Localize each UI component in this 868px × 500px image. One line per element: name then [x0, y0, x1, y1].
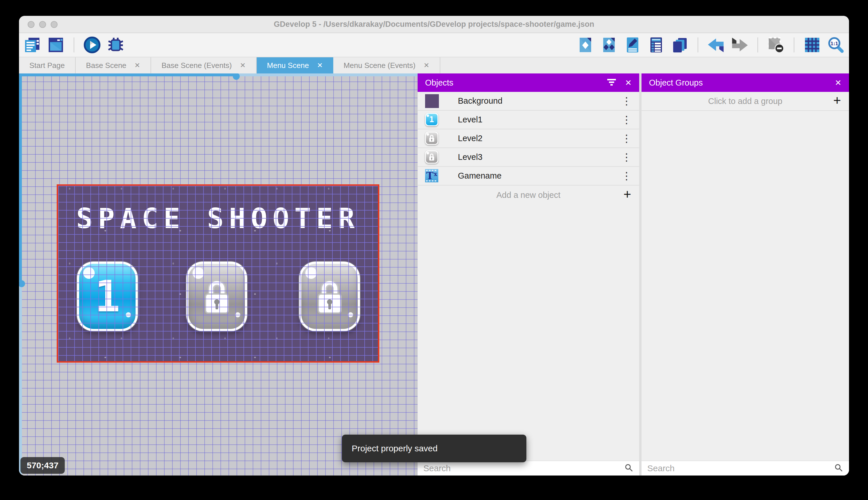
level-1-digit: 1: [79, 264, 136, 329]
object-row-background[interactable]: Background ⋮: [418, 92, 639, 111]
object-menu-icon[interactable]: ⋮: [621, 95, 632, 107]
tab-start-page[interactable]: Start Page: [19, 57, 76, 73]
objects-search-bar: [418, 461, 639, 476]
object-name: Level2: [458, 134, 621, 143]
add-new-object-button[interactable]: Add a new object +: [418, 185, 639, 204]
cursor-coordinates-badge: 570;437: [21, 457, 65, 474]
object-row-level3[interactable]: Level3 ⋮: [418, 148, 639, 167]
horizontal-scrollbar-knob[interactable]: [233, 73, 240, 80]
object-menu-icon[interactable]: ⋮: [621, 133, 632, 144]
objects-search-input[interactable]: [423, 463, 624, 473]
background-object-thumbnail: [425, 94, 439, 108]
scene-canvas[interactable]: SPACE SHOOTER 1: [19, 73, 418, 476]
layers-icon[interactable]: [671, 36, 689, 54]
tab-base-scene[interactable]: Base Scene ✕: [76, 57, 151, 73]
objects-editor-icon[interactable]: [577, 36, 594, 54]
redo-icon[interactable]: [731, 36, 748, 54]
main-toolbar: 1:1: [19, 33, 849, 57]
debug-icon[interactable]: [107, 36, 124, 54]
object-menu-icon[interactable]: ⋮: [621, 151, 632, 163]
level-1-button-instance[interactable]: 1: [77, 262, 138, 331]
undo-icon[interactable]: [707, 36, 725, 54]
toolbar-separator: [758, 37, 758, 53]
close-panel-icon[interactable]: ✕: [625, 78, 632, 88]
close-window-button[interactable]: [28, 21, 35, 28]
objects-panel-empty-space: [418, 204, 639, 461]
object-name: Level3: [458, 152, 621, 162]
save-toast: Project properly saved: [342, 435, 526, 462]
toolbar-separator: [794, 37, 794, 53]
plus-icon: +: [623, 186, 631, 202]
tab-label: Base Scene (Events): [162, 61, 232, 70]
object-name: Gamename: [458, 171, 621, 181]
mask-selection-icon[interactable]: [767, 36, 785, 54]
horizontal-scrollbar-thumb[interactable]: [19, 73, 237, 76]
groups-panel-empty-space: [642, 111, 849, 461]
tab-label: Menu Scene (Events): [344, 61, 415, 70]
add-group-button[interactable]: Click to add a group +: [642, 92, 849, 111]
horizontal-scrollbar[interactable]: [19, 73, 418, 76]
zoom-window-button[interactable]: [51, 21, 58, 28]
main-content: SPACE SHOOTER 1: [19, 73, 849, 476]
groups-search-bar: [642, 461, 849, 476]
close-tab-icon[interactable]: ✕: [424, 61, 430, 69]
svg-text:1:1: 1:1: [831, 41, 838, 46]
close-tab-icon[interactable]: ✕: [134, 61, 140, 69]
object-row-level2[interactable]: Level2 ⋮: [418, 129, 639, 148]
tab-label: Menu Scene: [267, 61, 309, 70]
level2-object-thumbnail: [425, 132, 439, 146]
tab-label: Base Scene: [86, 61, 126, 70]
properties-icon[interactable]: [624, 36, 641, 54]
level1-object-thumbnail: 1: [425, 113, 439, 127]
object-groups-panel-header: Object Groups ✕: [642, 73, 849, 92]
object-row-level1[interactable]: 1 Level1 ⋮: [418, 111, 639, 129]
search-icon: [834, 463, 843, 474]
tab-menu-scene[interactable]: Menu Scene ✕: [257, 57, 333, 73]
editor-tab-bar: Start Page Base Scene ✕ Base Scene (Even…: [19, 57, 849, 73]
filter-icon[interactable]: [607, 78, 617, 87]
lock-icon: [188, 264, 245, 329]
close-panel-icon[interactable]: ✕: [835, 78, 842, 88]
groups-search-input[interactable]: [647, 463, 834, 473]
object-groups-panel-title: Object Groups: [649, 78, 826, 88]
minimize-window-button[interactable]: [39, 21, 46, 28]
gdevelop-window: GDevelop 5 - /Users/dkarakay/Documents/G…: [19, 16, 849, 476]
toolbar-separator: [697, 37, 698, 53]
tab-base-scene-events[interactable]: Base Scene (Events) ✕: [151, 57, 256, 73]
object-name: Background: [458, 96, 621, 106]
instances-list-icon[interactable]: [647, 36, 665, 54]
objects-panel-title: Objects: [425, 78, 598, 88]
close-tab-icon[interactable]: ✕: [317, 61, 323, 69]
add-group-label: Click to add a group: [708, 96, 783, 106]
level-2-button-instance[interactable]: [186, 262, 247, 331]
search-icon: [624, 463, 633, 474]
level-3-button-instance[interactable]: [299, 262, 360, 331]
gamename-object-thumbnail: Tx: [425, 169, 439, 183]
title-bar: GDevelop 5 - /Users/dkarakay/Documents/G…: [19, 16, 849, 33]
object-menu-icon[interactable]: ⋮: [621, 114, 632, 126]
toolbar-left-group: [24, 36, 124, 54]
grid-icon[interactable]: [804, 36, 821, 54]
object-row-gamename[interactable]: Tx Gamename ⋮: [418, 167, 639, 185]
vertical-scrollbar-thumb[interactable]: [19, 73, 22, 281]
traffic-lights: [28, 21, 58, 28]
panel-divider[interactable]: [639, 73, 642, 476]
scene-title-text[interactable]: SPACE SHOOTER: [58, 203, 378, 235]
objects-panel: Objects ✕ Background ⋮ 1: [418, 73, 639, 476]
project-manager-icon[interactable]: [24, 36, 41, 54]
preview-play-icon[interactable]: [83, 36, 101, 54]
lock-icon: [301, 264, 358, 329]
game-scene-window[interactable]: SPACE SHOOTER 1: [57, 184, 379, 363]
tab-menu-scene-events[interactable]: Menu Scene (Events) ✕: [333, 57, 440, 73]
plus-icon: +: [833, 92, 841, 108]
object-groups-icon[interactable]: [600, 36, 618, 54]
object-menu-icon[interactable]: ⋮: [621, 170, 632, 182]
object-name: Level1: [458, 115, 621, 124]
vertical-scrollbar[interactable]: [19, 73, 22, 476]
object-groups-panel: Object Groups ✕ Click to add a group +: [642, 73, 849, 476]
vertical-scrollbar-knob[interactable]: [19, 280, 25, 287]
level3-object-thumbnail: [425, 150, 439, 164]
close-tab-icon[interactable]: ✕: [240, 61, 246, 69]
zoom-1-1-icon[interactable]: 1:1: [827, 36, 844, 54]
scene-editor-icon[interactable]: [47, 36, 64, 54]
